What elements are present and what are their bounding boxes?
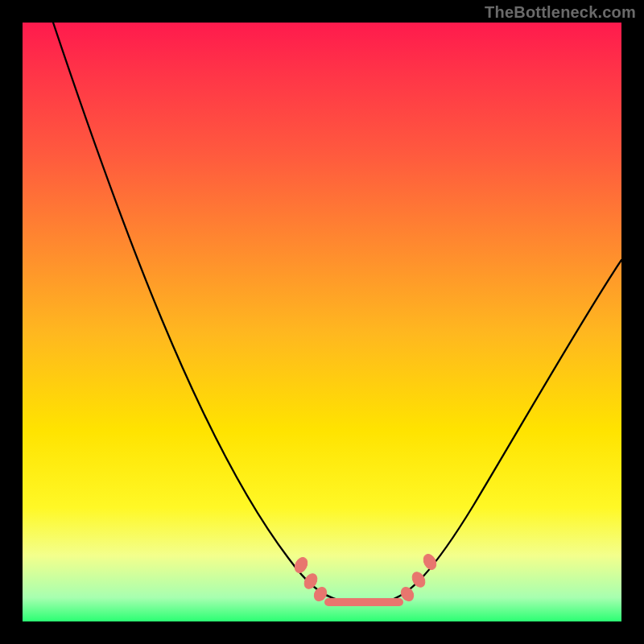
right-tick-3 (421, 552, 439, 572)
left-tick-2 (302, 572, 320, 591)
bottleneck-curve (23, 23, 621, 621)
curve-path (53, 23, 621, 601)
chart-plot-area (23, 23, 621, 621)
watermark-text: TheBottleneck.com (485, 3, 636, 22)
left-tick-1 (292, 555, 310, 575)
